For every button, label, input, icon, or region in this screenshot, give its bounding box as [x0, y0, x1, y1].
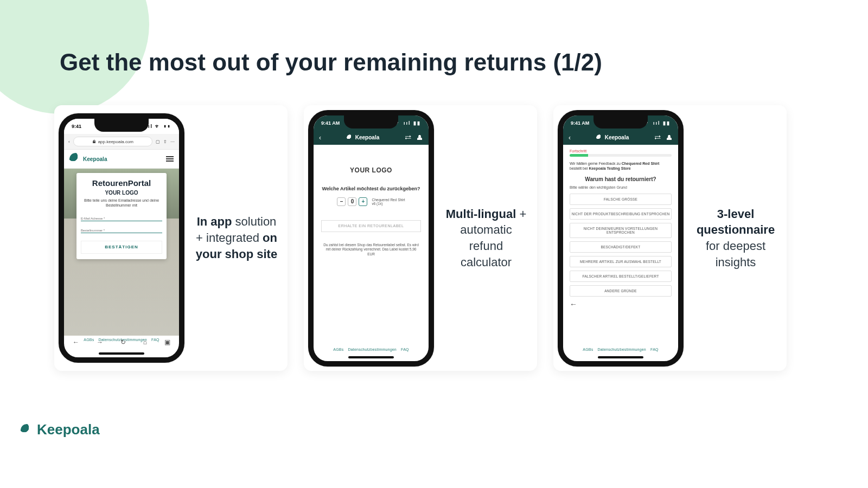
reason-option[interactable]: ANDERE GRÜNDE: [570, 285, 672, 297]
squirrel-icon: [21, 424, 33, 436]
email-field[interactable]: E-Mail Adresse *: [81, 213, 162, 221]
get-label-button[interactable]: ERHALTE EIN RETOURENLABEL: [321, 220, 421, 232]
ds-link[interactable]: Datenschutzbestimmungen: [348, 348, 397, 351]
home-indicator: [598, 356, 643, 358]
lock-icon: 🔒︎: [92, 139, 97, 144]
phone-notch: [344, 115, 398, 129]
questionnaire: Fortschritt Wir hätten gerne Feedback zu…: [563, 145, 678, 309]
order-number-field[interactable]: Bestellnummer *: [81, 224, 162, 233]
reason-option[interactable]: FALSCHER ARTIKEL BESTELLT/GELIEFERT: [570, 271, 672, 282]
portal-footer-links: AGBs Datenschutzbestimmungen FAQ: [314, 345, 429, 354]
share-icon[interactable]: ⮂: [654, 134, 661, 142]
cards-row: 9:41 ••ıl ᯤ ▮▮ ‹ 🔒︎ app.keepoala.com ▢ ⇧…: [54, 105, 814, 371]
phone-notch: [593, 115, 648, 129]
return-question: Welche Artikel möchtest du zurückgeben?: [321, 186, 421, 192]
app-header: ‹ Keepoala ⮂ 👤︎: [563, 131, 678, 145]
url-bar[interactable]: 🔒︎ app.keepoala.com: [73, 137, 152, 146]
squirrel-icon: [596, 134, 603, 141]
ds-link[interactable]: Datenschutzbestimmungen: [598, 348, 646, 351]
agb-link[interactable]: AGBs: [583, 348, 593, 351]
portal-title: RetourenPortal: [81, 178, 162, 188]
squirrel-icon: [347, 134, 353, 141]
nav-reload-icon[interactable]: ↻: [120, 338, 126, 346]
account-icon[interactable]: 👤︎: [417, 134, 423, 142]
card-questionnaire: 9:41 AM ᯤ ııl ▮▮ ‹ Keepoala ⮂ 👤︎ Fortsch…: [553, 105, 787, 371]
account-icon[interactable]: 👤︎: [666, 134, 673, 142]
status-time: 9:41: [72, 124, 81, 129]
return-selector: YOUR LOGO Welche Artikel möchtest du zur…: [314, 145, 429, 257]
url-text: app.keepoala.com: [98, 139, 133, 144]
your-logo-placeholder: YOUR LOGO: [81, 190, 162, 196]
reason-option[interactable]: MEHRERE ARTIKEL ZUR AUSWAHL BESTELLT: [570, 256, 672, 267]
portal-card: RetourenPortal YOUR LOGO Bitte teile uns…: [76, 173, 167, 259]
reason-option[interactable]: NICHT DER PRODUKTBESCHREIBUNG ENTSPROCHE…: [570, 208, 672, 220]
browser-bottom-bar: ← → ↻ ⌂ ▣: [64, 335, 179, 350]
status-time: 9:41 AM: [571, 120, 589, 126]
nav-home-icon[interactable]: ⌂: [143, 338, 147, 346]
card-description: Multi-lingual + automatic refund calcula…: [444, 206, 528, 271]
agb-link[interactable]: AGBs: [333, 348, 343, 351]
phone-mock-2: 9:41 AM ᯤ ııl ▮▮ ‹ Keepoala ⮂ 👤︎ YOUR LO…: [308, 110, 434, 367]
nav-tabs-icon[interactable]: ▣: [164, 338, 170, 346]
reason-options: FALSCHE GRÖSSENICHT DER PRODUKTBESCHREIB…: [570, 194, 672, 297]
share-icon[interactable]: ⮂: [405, 134, 411, 142]
squirrel-icon: [69, 153, 81, 165]
item-name: Chequered Red Shirt v6 (1x): [372, 198, 405, 206]
slide-title: Get the most out of your remaining retur…: [60, 49, 868, 76]
card-description: In app solution + integrated on your sho…: [194, 214, 279, 262]
portal-background: RetourenPortal YOUR LOGO Bitte teile uns…: [64, 169, 179, 336]
status-icons: ᯤ ııl ▮▮: [644, 120, 671, 126]
phone-mock-3: 9:41 AM ᯤ ııl ▮▮ ‹ Keepoala ⮂ 👤︎ Fortsch…: [558, 110, 684, 367]
share-icon[interactable]: ⇧: [163, 139, 167, 144]
brand-logo: Keepoala: [347, 134, 379, 141]
qty-minus-button[interactable]: –: [337, 197, 346, 206]
faq-link[interactable]: FAQ: [650, 348, 659, 351]
readmode-icon[interactable]: ▢: [156, 139, 160, 144]
card-multilingual: 9:41 AM ᯤ ııl ▮▮ ‹ Keepoala ⮂ 👤︎ YOUR LO…: [304, 105, 537, 371]
card-description: 3-level questionnaire for deepest insigh…: [693, 206, 778, 271]
confirm-button[interactable]: BESTÄTIGEN: [81, 241, 162, 254]
return-reason-sub: Bitte wähle den wichtigsten Grund: [570, 185, 672, 189]
reason-option[interactable]: BESCHÄDIGT/DEFEKT: [570, 241, 672, 253]
qty-plus-button[interactable]: +: [359, 197, 367, 206]
return-reason-question: Warum hast du retourniert?: [570, 176, 672, 182]
back-icon[interactable]: ‹: [319, 134, 321, 142]
brand-logo: Keepoala: [596, 134, 629, 141]
nav-forward-icon[interactable]: →: [97, 338, 103, 346]
footer-brand: Keepoala: [21, 421, 100, 438]
more-icon[interactable]: ⋯: [170, 139, 175, 144]
status-icons: ᯤ ııl ▮▮: [395, 120, 421, 126]
status-time: 9:41 AM: [321, 120, 340, 126]
phone-notch: [94, 119, 149, 132]
phone-mock-1: 9:41 ••ıl ᯤ ▮▮ ‹ 🔒︎ app.keepoala.com ▢ ⇧…: [59, 113, 184, 363]
app-header: ‹ Keepoala ⮂ 👤︎: [314, 131, 429, 145]
back-icon[interactable]: ‹: [68, 139, 70, 144]
reason-option[interactable]: FALSCHE GRÖSSE: [570, 194, 672, 205]
feedback-intro: Wir hätten gerne Feedback zu Chequered R…: [570, 161, 672, 171]
progress-label: Fortschritt: [570, 149, 672, 153]
footer-brand-text: Keepoala: [37, 421, 100, 438]
refund-note: Du zahlst bei diesem Shop das Retourenla…: [321, 243, 421, 256]
app-bar: Keepoala: [64, 150, 179, 169]
portal-footer-links: AGBs Datenschutzbestimmungen FAQ: [563, 345, 678, 354]
brand-logo: Keepoala: [69, 153, 107, 165]
card-in-app: 9:41 ••ıl ᯤ ▮▮ ‹ 🔒︎ app.keepoala.com ▢ ⇧…: [54, 105, 288, 371]
your-logo-placeholder: YOUR LOGO: [321, 166, 421, 174]
item-qty-row: – 0 + Chequered Red Shirt v6 (1x): [321, 197, 421, 206]
home-indicator: [348, 356, 394, 358]
faq-link[interactable]: FAQ: [401, 348, 409, 351]
back-icon[interactable]: ‹: [569, 134, 571, 142]
progress-bar: [570, 154, 672, 157]
home-indicator: [99, 352, 144, 355]
portal-instruction: Bitte teile uns deine Emailadresse und d…: [81, 198, 162, 208]
hamburger-icon[interactable]: [166, 156, 174, 162]
browser-toolbar: ‹ 🔒︎ app.keepoala.com ▢ ⇧ ⋯: [64, 134, 179, 150]
qty-value: 0: [348, 197, 356, 206]
reason-option[interactable]: NICHT DEINEN/EUREN VORSTELLUNGEN ENTSPRO…: [570, 223, 672, 238]
step-back-icon[interactable]: ←: [570, 300, 672, 309]
nav-back-icon[interactable]: ←: [73, 338, 79, 346]
